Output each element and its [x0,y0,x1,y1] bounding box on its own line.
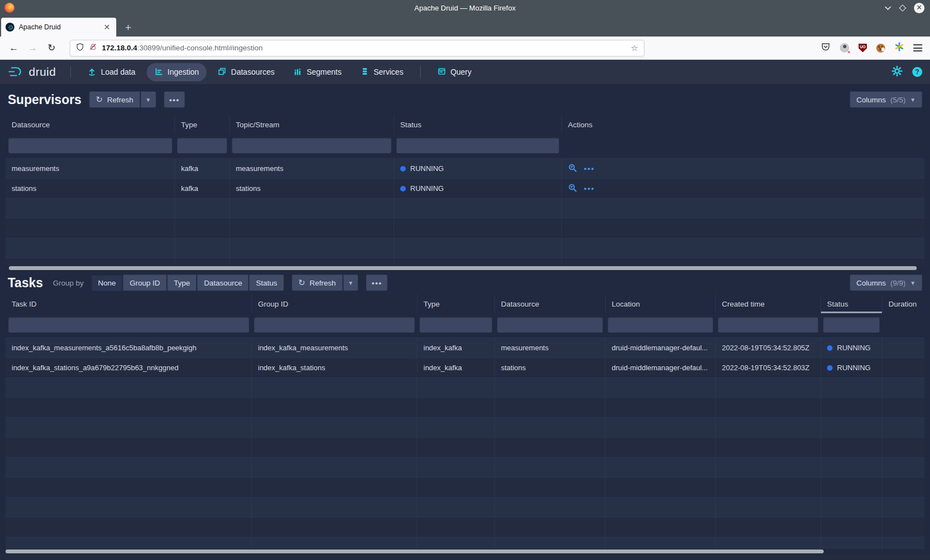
tasks-header: Tasks Group by None Group ID Type Dataso… [0,271,930,294]
datasources-icon [218,67,226,77]
maximize-icon[interactable] [899,4,906,12]
url-text[interactable]: 172.18.0.4:30899/unified-console.html#in… [102,44,626,52]
cell-created-time: 2022-08-19T05:34:52.805Z [715,338,820,357]
cell-type: index_kafka [417,338,494,357]
datasource-filter-input[interactable] [8,138,172,153]
status-label: RUNNING [410,184,444,193]
row-more-icon[interactable]: ••• [584,184,595,193]
tasks-refresh-dropdown[interactable]: ▼ [343,274,359,291]
nav-segments[interactable]: Segments [286,63,349,81]
task-row[interactable]: index_kafka_measurements_a5616c5ba8afb8b… [6,338,924,357]
settings-gear-icon[interactable] [892,66,902,79]
type-filter-input[interactable] [177,138,227,153]
col-header-actions[interactable]: Actions [561,115,924,134]
col-header-created-time[interactable]: Created time [715,294,820,313]
group-by-type-button[interactable]: Type [167,274,197,291]
group-by-group-id-button[interactable]: Group ID [123,274,167,291]
task-row[interactable]: index_kafka_stations_a9a679b22795b63_nnk… [6,357,924,377]
task-id-filter-input[interactable] [8,317,249,333]
col-header-status[interactable]: Status [820,294,882,313]
group-by-none-button[interactable]: None [91,274,122,291]
col-header-location[interactable]: Location [605,294,715,313]
tasks-hscrollbar[interactable] [6,549,924,554]
chevron-down-icon: ▼ [146,97,151,103]
col-header-task-id[interactable]: Task ID [6,294,251,313]
tasks-more-button[interactable]: ••• [366,274,388,291]
col-header-status[interactable]: Status [394,115,561,134]
nav-ingestion[interactable]: Ingestion [147,63,207,81]
empty-row [6,397,924,417]
cell-created-time: 2022-08-19T05:34:52.803Z [715,358,820,377]
url-host: 172.18.0.4 [102,44,137,52]
firefox-window: Apache Druid — Mozilla Firefox ✕ Apache … [0,0,930,560]
empty-row [6,477,924,497]
empty-row [6,198,924,218]
cookie-extension-icon[interactable] [876,44,885,53]
nav-services[interactable]: Services [353,63,411,81]
supervisors-hscrollbar[interactable] [6,266,924,271]
asterisk-extension-icon[interactable] [895,42,904,54]
nav-datasources[interactable]: Datasources [210,63,282,81]
supervisors-more-button[interactable]: ••• [164,91,185,108]
cell-status: RUNNING [394,179,561,198]
group-by-datasource-button[interactable]: Datasource [197,274,249,291]
topic-filter-input[interactable] [232,138,391,153]
col-header-type[interactable]: Type [174,115,229,134]
reload-button[interactable]: ↻ [43,40,60,56]
minimize-icon[interactable] [885,6,891,10]
supervisor-row[interactable]: measurements kafka measurements RUNNING … [6,158,924,178]
status-filter-input[interactable] [823,317,880,333]
tasks-refresh-button[interactable]: ↻Refresh [292,274,343,291]
status-dot [827,345,833,351]
supervisors-filter-row [6,134,924,158]
query-icon [437,67,446,77]
empty-row [6,238,924,258]
url-bar[interactable]: 172.18.0.4:30899/unified-console.html#in… [70,40,644,56]
col-header-type[interactable]: Type [417,294,494,313]
shield-icon[interactable] [76,43,84,54]
created-time-filter-input[interactable] [718,317,818,333]
col-header-duration[interactable]: Duration [882,294,924,313]
help-icon[interactable]: ? [912,67,922,77]
datasource-filter-input[interactable] [497,317,603,333]
group-by-status-button[interactable]: Status [249,274,283,291]
proxy-extension-icon[interactable] [840,43,849,53]
pocket-icon[interactable] [821,43,830,54]
col-header-topic[interactable]: Topic/Stream [229,115,394,134]
forward-button[interactable]: → [24,40,41,56]
nav-query[interactable]: Query [430,63,479,81]
close-icon[interactable]: ✕ [914,3,924,13]
insecure-lock-icon[interactable] [89,43,97,53]
type-filter-input[interactable] [420,317,492,333]
menu-icon[interactable] [913,44,922,51]
browser-tab[interactable]: Apache Druid ✕ [1,18,116,37]
col-header-group-id[interactable]: Group ID [251,294,417,313]
col-header-datasource[interactable]: Datasource [6,115,174,134]
tasks-columns-button[interactable]: Columns (9/9) ▼ [850,274,922,291]
brand-name: druid [29,65,56,79]
supervisors-refresh-dropdown[interactable]: ▼ [141,91,156,108]
col-header-datasource[interactable]: Datasource [494,294,605,313]
magnifier-icon[interactable] [568,183,577,194]
druid-navbar: druid Load data Ingestion Datasources Se… [0,60,930,84]
supervisors-header: Supervisors ↻Refresh ▼ ••• Columns (5/5)… [0,84,930,115]
cell-topic: stations [229,179,394,198]
row-more-icon[interactable]: ••• [584,164,595,173]
supervisor-row[interactable]: stations kafka stations RUNNING ••• [6,178,924,198]
nav-divider [70,66,71,78]
status-filter-input[interactable] [396,138,559,153]
empty-row [6,497,924,517]
new-tab-button[interactable]: + [125,22,131,33]
location-filter-input[interactable] [608,317,713,333]
druid-logo[interactable]: druid [8,65,56,79]
back-button[interactable]: ← [6,40,22,56]
tab-close-icon[interactable]: ✕ [102,23,112,32]
magnifier-icon[interactable] [568,163,577,174]
ublock-extension-icon[interactable]: UO [859,44,867,53]
nav-load-data[interactable]: Load data [80,63,143,81]
supervisors-refresh-button[interactable]: ↻Refresh [89,91,140,108]
group-id-filter-input[interactable] [254,317,415,333]
bookmark-star-icon[interactable]: ☆ [631,43,638,53]
supervisors-columns-button[interactable]: Columns (5/5) ▼ [850,91,922,108]
cell-type: kafka [174,179,229,198]
